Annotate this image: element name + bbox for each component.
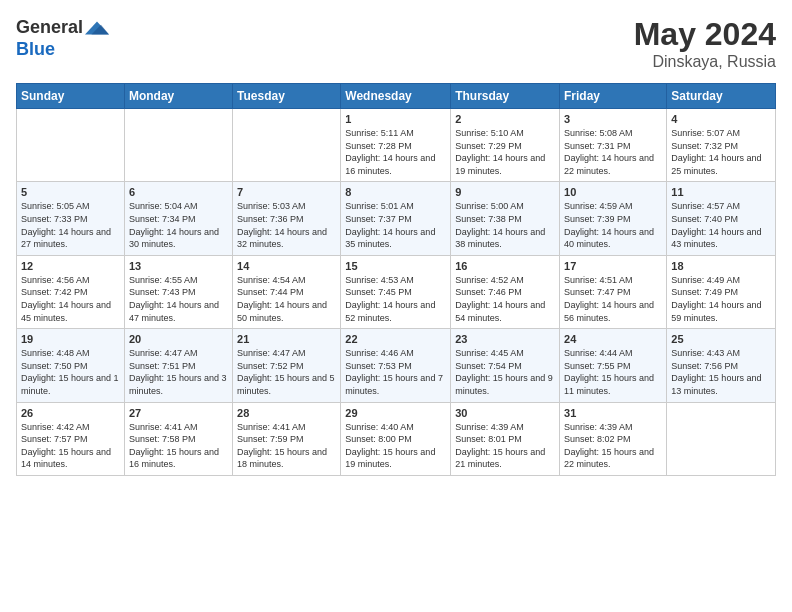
logo-general: General: [16, 18, 83, 38]
day-number: 24: [564, 333, 662, 345]
day-number: 19: [21, 333, 120, 345]
day-info: Sunrise: 5:00 AMSunset: 7:38 PMDaylight:…: [455, 200, 555, 250]
day-info: Sunrise: 4:51 AMSunset: 7:47 PMDaylight:…: [564, 274, 662, 324]
day-info: Sunrise: 4:52 AMSunset: 7:46 PMDaylight:…: [455, 274, 555, 324]
calendar-day-header: Friday: [560, 84, 667, 109]
calendar-cell: 13Sunrise: 4:55 AMSunset: 7:43 PMDayligh…: [124, 255, 232, 328]
logo-icon: [85, 16, 109, 40]
location: Dinskaya, Russia: [634, 53, 776, 71]
day-info: Sunrise: 4:53 AMSunset: 7:45 PMDaylight:…: [345, 274, 446, 324]
day-info: Sunrise: 4:45 AMSunset: 7:54 PMDaylight:…: [455, 347, 555, 397]
calendar-cell: 17Sunrise: 4:51 AMSunset: 7:47 PMDayligh…: [560, 255, 667, 328]
day-number: 2: [455, 113, 555, 125]
logo: General Blue: [16, 16, 109, 60]
calendar: SundayMondayTuesdayWednesdayThursdayFrid…: [16, 83, 776, 476]
day-number: 20: [129, 333, 228, 345]
day-number: 17: [564, 260, 662, 272]
title-block: May 2024 Dinskaya, Russia: [634, 16, 776, 71]
day-info: Sunrise: 4:41 AMSunset: 7:59 PMDaylight:…: [237, 421, 336, 471]
calendar-week-row: 1Sunrise: 5:11 AMSunset: 7:28 PMDaylight…: [17, 109, 776, 182]
day-info: Sunrise: 5:04 AMSunset: 7:34 PMDaylight:…: [129, 200, 228, 250]
calendar-cell: 27Sunrise: 4:41 AMSunset: 7:58 PMDayligh…: [124, 402, 232, 475]
day-number: 25: [671, 333, 771, 345]
day-number: 5: [21, 186, 120, 198]
day-number: 30: [455, 407, 555, 419]
day-info: Sunrise: 4:47 AMSunset: 7:52 PMDaylight:…: [237, 347, 336, 397]
day-info: Sunrise: 4:46 AMSunset: 7:53 PMDaylight:…: [345, 347, 446, 397]
calendar-cell: 5Sunrise: 5:05 AMSunset: 7:33 PMDaylight…: [17, 182, 125, 255]
day-number: 10: [564, 186, 662, 198]
day-info: Sunrise: 4:54 AMSunset: 7:44 PMDaylight:…: [237, 274, 336, 324]
day-number: 7: [237, 186, 336, 198]
day-number: 12: [21, 260, 120, 272]
day-info: Sunrise: 4:42 AMSunset: 7:57 PMDaylight:…: [21, 421, 120, 471]
calendar-week-row: 26Sunrise: 4:42 AMSunset: 7:57 PMDayligh…: [17, 402, 776, 475]
day-number: 4: [671, 113, 771, 125]
calendar-cell: 3Sunrise: 5:08 AMSunset: 7:31 PMDaylight…: [560, 109, 667, 182]
calendar-cell: 11Sunrise: 4:57 AMSunset: 7:40 PMDayligh…: [667, 182, 776, 255]
day-number: 11: [671, 186, 771, 198]
day-info: Sunrise: 4:44 AMSunset: 7:55 PMDaylight:…: [564, 347, 662, 397]
calendar-cell: 21Sunrise: 4:47 AMSunset: 7:52 PMDayligh…: [233, 329, 341, 402]
calendar-cell: 7Sunrise: 5:03 AMSunset: 7:36 PMDaylight…: [233, 182, 341, 255]
day-info: Sunrise: 5:10 AMSunset: 7:29 PMDaylight:…: [455, 127, 555, 177]
calendar-cell: 29Sunrise: 4:40 AMSunset: 8:00 PMDayligh…: [341, 402, 451, 475]
day-info: Sunrise: 4:39 AMSunset: 8:02 PMDaylight:…: [564, 421, 662, 471]
calendar-cell: 1Sunrise: 5:11 AMSunset: 7:28 PMDaylight…: [341, 109, 451, 182]
calendar-day-header: Sunday: [17, 84, 125, 109]
day-info: Sunrise: 5:05 AMSunset: 7:33 PMDaylight:…: [21, 200, 120, 250]
day-number: 28: [237, 407, 336, 419]
calendar-cell: 26Sunrise: 4:42 AMSunset: 7:57 PMDayligh…: [17, 402, 125, 475]
calendar-week-row: 12Sunrise: 4:56 AMSunset: 7:42 PMDayligh…: [17, 255, 776, 328]
day-info: Sunrise: 4:39 AMSunset: 8:01 PMDaylight:…: [455, 421, 555, 471]
day-info: Sunrise: 5:11 AMSunset: 7:28 PMDaylight:…: [345, 127, 446, 177]
calendar-cell: 23Sunrise: 4:45 AMSunset: 7:54 PMDayligh…: [451, 329, 560, 402]
calendar-day-header: Monday: [124, 84, 232, 109]
day-info: Sunrise: 4:43 AMSunset: 7:56 PMDaylight:…: [671, 347, 771, 397]
day-number: 15: [345, 260, 446, 272]
calendar-cell: 24Sunrise: 4:44 AMSunset: 7:55 PMDayligh…: [560, 329, 667, 402]
calendar-week-row: 5Sunrise: 5:05 AMSunset: 7:33 PMDaylight…: [17, 182, 776, 255]
calendar-day-header: Saturday: [667, 84, 776, 109]
calendar-cell: 15Sunrise: 4:53 AMSunset: 7:45 PMDayligh…: [341, 255, 451, 328]
calendar-cell: [124, 109, 232, 182]
day-info: Sunrise: 4:40 AMSunset: 8:00 PMDaylight:…: [345, 421, 446, 471]
day-info: Sunrise: 4:57 AMSunset: 7:40 PMDaylight:…: [671, 200, 771, 250]
calendar-day-header: Wednesday: [341, 84, 451, 109]
day-info: Sunrise: 5:08 AMSunset: 7:31 PMDaylight:…: [564, 127, 662, 177]
calendar-cell: [667, 402, 776, 475]
day-number: 22: [345, 333, 446, 345]
day-info: Sunrise: 4:56 AMSunset: 7:42 PMDaylight:…: [21, 274, 120, 324]
day-number: 9: [455, 186, 555, 198]
logo-text: General Blue: [16, 16, 109, 60]
calendar-cell: 22Sunrise: 4:46 AMSunset: 7:53 PMDayligh…: [341, 329, 451, 402]
calendar-cell: 20Sunrise: 4:47 AMSunset: 7:51 PMDayligh…: [124, 329, 232, 402]
day-info: Sunrise: 4:55 AMSunset: 7:43 PMDaylight:…: [129, 274, 228, 324]
calendar-cell: [233, 109, 341, 182]
day-number: 13: [129, 260, 228, 272]
calendar-cell: 12Sunrise: 4:56 AMSunset: 7:42 PMDayligh…: [17, 255, 125, 328]
day-info: Sunrise: 5:03 AMSunset: 7:36 PMDaylight:…: [237, 200, 336, 250]
calendar-cell: 14Sunrise: 4:54 AMSunset: 7:44 PMDayligh…: [233, 255, 341, 328]
day-info: Sunrise: 4:41 AMSunset: 7:58 PMDaylight:…: [129, 421, 228, 471]
calendar-day-header: Tuesday: [233, 84, 341, 109]
day-number: 16: [455, 260, 555, 272]
day-info: Sunrise: 4:59 AMSunset: 7:39 PMDaylight:…: [564, 200, 662, 250]
calendar-cell: 2Sunrise: 5:10 AMSunset: 7:29 PMDaylight…: [451, 109, 560, 182]
day-info: Sunrise: 5:07 AMSunset: 7:32 PMDaylight:…: [671, 127, 771, 177]
calendar-cell: 9Sunrise: 5:00 AMSunset: 7:38 PMDaylight…: [451, 182, 560, 255]
calendar-cell: 25Sunrise: 4:43 AMSunset: 7:56 PMDayligh…: [667, 329, 776, 402]
header: General Blue May 2024 Dinskaya, Russia: [16, 16, 776, 71]
day-info: Sunrise: 5:01 AMSunset: 7:37 PMDaylight:…: [345, 200, 446, 250]
day-info: Sunrise: 4:49 AMSunset: 7:49 PMDaylight:…: [671, 274, 771, 324]
calendar-cell: 10Sunrise: 4:59 AMSunset: 7:39 PMDayligh…: [560, 182, 667, 255]
day-number: 14: [237, 260, 336, 272]
calendar-cell: 30Sunrise: 4:39 AMSunset: 8:01 PMDayligh…: [451, 402, 560, 475]
calendar-week-row: 19Sunrise: 4:48 AMSunset: 7:50 PMDayligh…: [17, 329, 776, 402]
month-year: May 2024: [634, 16, 776, 53]
day-number: 6: [129, 186, 228, 198]
day-number: 1: [345, 113, 446, 125]
day-number: 27: [129, 407, 228, 419]
day-info: Sunrise: 4:47 AMSunset: 7:51 PMDaylight:…: [129, 347, 228, 397]
day-number: 3: [564, 113, 662, 125]
